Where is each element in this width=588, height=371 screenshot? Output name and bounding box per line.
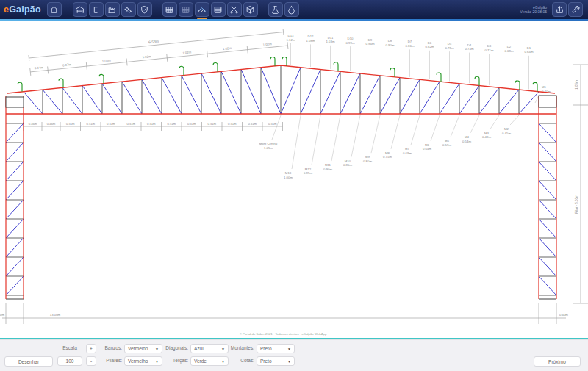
svg-text:1.02m: 1.02m xyxy=(182,50,192,54)
droplet-icon xyxy=(287,5,296,15)
home-button[interactable] xyxy=(47,2,62,17)
cotas-label: Cotas: xyxy=(222,358,254,363)
table-grid-icon xyxy=(165,5,174,15)
svg-text:M12: M12 xyxy=(305,168,312,171)
svg-text:D6: D6 xyxy=(428,41,432,45)
export-button[interactable] xyxy=(552,2,567,17)
svg-text:0.86m: 0.86m xyxy=(406,44,415,48)
banzos-label: Banzos: xyxy=(90,345,122,350)
svg-text:0.40m: 0.40m xyxy=(0,313,4,317)
left-column xyxy=(6,96,24,299)
version-number: Versão 20.08.05 xyxy=(520,10,547,14)
rows-button[interactable] xyxy=(211,2,226,17)
svg-text:0.97m: 0.97m xyxy=(62,62,72,67)
svg-text:M10: M10 xyxy=(345,159,351,163)
svg-text:0.82m: 0.82m xyxy=(426,45,434,48)
svg-text:1.00m: 1.00m xyxy=(284,176,293,179)
svg-text:0.78m: 0.78m xyxy=(445,46,454,50)
app-logo: eGalpão xyxy=(4,4,41,15)
svg-text:Pilar - 5.00m: Pilar - 5.00m xyxy=(575,195,578,214)
svg-text:D11: D11 xyxy=(328,36,334,40)
top-toolbar: eGalpão xyxy=(0,0,588,19)
svg-text:M2: M2 xyxy=(504,127,509,131)
rows-icon xyxy=(213,5,223,15)
cotas-select[interactable]: Preto▼ xyxy=(257,356,295,366)
chevron-down-icon: ▼ xyxy=(287,359,291,364)
desenhar-button[interactable]: Desenhar xyxy=(4,356,53,367)
droplet-button[interactable] xyxy=(284,2,299,17)
svg-text:M11: M11 xyxy=(325,163,331,167)
svg-text:D7: D7 xyxy=(408,40,412,43)
svg-text:0.75m: 0.75m xyxy=(383,155,392,159)
factory-button[interactable] xyxy=(105,2,120,17)
diagonais-label: Diagonais: xyxy=(156,345,188,350)
svg-text:0.85m: 0.85m xyxy=(343,163,352,167)
svg-text:M5: M5 xyxy=(445,139,450,143)
c-profile-icon xyxy=(91,5,101,15)
warehouse-button[interactable] xyxy=(73,2,87,17)
flask-icon xyxy=(270,5,280,15)
svg-text:M1: M1 xyxy=(542,85,547,89)
svg-text:1.02m: 1.02m xyxy=(102,59,112,63)
truss xyxy=(6,65,556,114)
home-icon xyxy=(49,5,59,15)
factory-icon xyxy=(107,5,117,15)
cut-icon xyxy=(229,5,239,15)
svg-text:0.46m: 0.46m xyxy=(47,122,56,126)
svg-text:0.51m: 0.51m xyxy=(207,122,216,126)
table-grid-button[interactable] xyxy=(162,2,177,17)
svg-text:0.51m: 0.51m xyxy=(126,122,135,126)
svg-text:0.51m: 0.51m xyxy=(107,122,115,126)
tools-button[interactable] xyxy=(568,2,583,17)
svg-text:1.05m: 1.05m xyxy=(575,80,578,90)
egalpao-app: eGalpão xyxy=(0,0,588,371)
svg-text:0.74m: 0.74m xyxy=(465,47,474,51)
svg-text:13.00m: 13.00m xyxy=(50,313,61,317)
svg-text:1.08m: 1.08m xyxy=(306,39,315,43)
escala-input[interactable] xyxy=(57,356,82,366)
c-profile-button[interactable] xyxy=(89,2,104,17)
cut-button[interactable] xyxy=(227,2,242,17)
svg-text:D4: D4 xyxy=(467,43,472,47)
escala-label: Escala xyxy=(56,345,84,350)
warehouse-icon xyxy=(75,5,85,15)
montantes-select[interactable]: Preto▼ xyxy=(257,344,295,353)
svg-text:0.90m: 0.90m xyxy=(386,43,395,47)
cube-button[interactable] xyxy=(243,2,258,17)
shield-check-button[interactable] xyxy=(137,2,152,17)
svg-text:0.49m: 0.49m xyxy=(482,135,491,139)
svg-text:M3: M3 xyxy=(484,132,490,135)
table-grid-muted-icon xyxy=(181,5,190,15)
montantes-label: Montantes: xyxy=(222,345,254,350)
flask-button[interactable] xyxy=(268,2,283,17)
svg-text:0.40m: 0.40m xyxy=(559,313,568,317)
svg-text:0.69m: 0.69m xyxy=(403,151,412,155)
table-grid-muted-button[interactable] xyxy=(179,2,193,17)
svg-text:0.68m: 0.68m xyxy=(505,49,514,53)
svg-text:Mont Central: Mont Central xyxy=(259,142,278,145)
wrench-icon xyxy=(571,5,581,15)
svg-text:D1: D1 xyxy=(527,46,531,50)
structure-drawing: 6.53m0.44m0.97m1.02m1.02m1.02m1.02m1.02m… xyxy=(0,21,588,338)
svg-text:0.51m: 0.51m xyxy=(147,122,156,126)
svg-text:0.64m: 0.64m xyxy=(525,50,534,54)
svg-text:0.90m: 0.90m xyxy=(323,168,332,171)
truss-draw-button[interactable] xyxy=(195,2,209,17)
version-info: eGalpão Versão 20.08.05 xyxy=(520,5,547,14)
cotas-value: Preto xyxy=(260,359,272,364)
svg-text:1.02m: 1.02m xyxy=(142,54,151,59)
right-column xyxy=(539,96,556,299)
pilares-value: Vermelho xyxy=(128,359,148,364)
svg-text:0.45m: 0.45m xyxy=(502,132,511,135)
gears-button[interactable] xyxy=(121,2,136,17)
svg-text:M13: M13 xyxy=(285,171,292,175)
svg-text:1.12m: 1.12m xyxy=(287,38,295,42)
svg-text:0.64m: 0.64m xyxy=(423,147,431,151)
drawing-area: 6.53m0.44m0.97m1.02m1.02m1.02m1.02m1.02m… xyxy=(0,21,588,338)
truss-draw-icon xyxy=(197,5,207,15)
svg-text:0.51m: 0.51m xyxy=(187,122,196,126)
proximo-button[interactable]: Próximo xyxy=(534,356,581,367)
svg-text:D13: D13 xyxy=(288,34,294,37)
svg-text:6.53m: 6.53m xyxy=(148,39,159,44)
svg-text:0.51m: 0.51m xyxy=(268,122,277,126)
